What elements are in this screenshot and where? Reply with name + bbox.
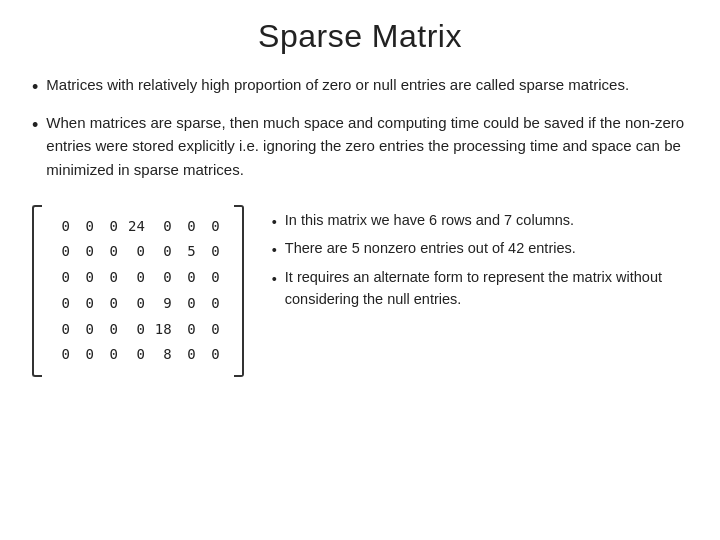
matrix-cell: 0 [126, 292, 147, 316]
matrix-cell: 0 [54, 240, 72, 264]
matrix-cell: 0 [102, 292, 120, 316]
matrix-cell: 0 [153, 266, 174, 290]
bullet-2: • When matrices are sparse, then much sp… [32, 111, 688, 181]
matrix-cell: 8 [153, 343, 174, 367]
bottom-section: 0002400000000500000000000090000001800000… [32, 205, 688, 377]
bullet-1-dot: • [32, 74, 38, 101]
bullet-1-text: Matrices with relatively high proportion… [46, 73, 629, 96]
right-bullet-item: •There are 5 nonzero entries out of 42 e… [272, 237, 688, 261]
matrix-cell: 0 [204, 215, 222, 239]
matrix-cell: 0 [78, 292, 96, 316]
matrix-cell: 0 [54, 292, 72, 316]
matrix-cell: 0 [126, 318, 147, 342]
matrix-cell: 0 [180, 318, 198, 342]
matrix-bracket-right [234, 205, 244, 377]
matrix-cell: 24 [126, 215, 147, 239]
matrix-cell: 0 [54, 215, 72, 239]
right-bullet-dot: • [272, 239, 277, 261]
matrix-cell: 0 [204, 266, 222, 290]
matrix-cell: 9 [153, 292, 174, 316]
matrix-cell: 0 [180, 343, 198, 367]
matrix-row: 0000900 [54, 292, 222, 316]
matrix-cell: 0 [102, 215, 120, 239]
matrix-cell: 0 [102, 240, 120, 264]
matrix-row: 0000800 [54, 343, 222, 367]
matrix-cell: 0 [126, 240, 147, 264]
matrix-cell: 0 [102, 266, 120, 290]
matrix-cell: 0 [54, 318, 72, 342]
matrix-cell: 0 [78, 215, 96, 239]
matrix-cell: 18 [153, 318, 174, 342]
matrix-cell: 0 [54, 343, 72, 367]
matrix-cell: 0 [180, 266, 198, 290]
matrix-cell: 0 [153, 240, 174, 264]
matrix-container: 0002400000000500000000000090000001800000… [32, 205, 244, 377]
matrix-cell: 0 [102, 318, 120, 342]
matrix-cell: 0 [78, 240, 96, 264]
right-bullet-item: •In this matrix we have 6 rows and 7 col… [272, 209, 688, 233]
right-bullet-text: There are 5 nonzero entries out of 42 en… [285, 237, 576, 259]
page: Sparse Matrix • Matrices with relatively… [0, 0, 720, 540]
matrix-cell: 0 [78, 343, 96, 367]
matrix-bracket-left [32, 205, 42, 377]
matrix-cell: 5 [180, 240, 198, 264]
bullet-2-text: When matrices are sparse, then much spac… [46, 111, 688, 181]
matrix-cell: 0 [54, 266, 72, 290]
bullet-1: • Matrices with relatively high proporti… [32, 73, 688, 101]
right-bullet-text: It requires an alternate form to represe… [285, 266, 688, 311]
right-bullets: •In this matrix we have 6 rows and 7 col… [272, 209, 688, 311]
matrix-cell: 0 [126, 266, 147, 290]
matrix-row: 0000050 [54, 240, 222, 264]
matrix-cell: 0 [78, 266, 96, 290]
matrix-cell: 0 [204, 240, 222, 264]
matrix-cell: 0 [204, 343, 222, 367]
matrix-cell: 0 [180, 292, 198, 316]
matrix-cell: 0 [180, 215, 198, 239]
right-bullet-dot: • [272, 211, 277, 233]
right-bullet-item: •It requires an alternate form to repres… [272, 266, 688, 311]
matrix-cell: 0 [204, 318, 222, 342]
matrix-cell: 0 [78, 318, 96, 342]
page-title: Sparse Matrix [32, 18, 688, 55]
matrix-cell: 0 [102, 343, 120, 367]
right-bullet-dot: • [272, 268, 277, 290]
bullet-2-dot: • [32, 112, 38, 139]
matrix-cell: 0 [204, 292, 222, 316]
matrix-cell: 0 [126, 343, 147, 367]
matrix-row: 00001800 [54, 318, 222, 342]
matrix-table: 0002400000000500000000000090000001800000… [48, 213, 228, 369]
matrix-row: 0000000 [54, 266, 222, 290]
matrix-cell: 0 [153, 215, 174, 239]
right-bullet-text: In this matrix we have 6 rows and 7 colu… [285, 209, 574, 231]
matrix-row: 00024000 [54, 215, 222, 239]
